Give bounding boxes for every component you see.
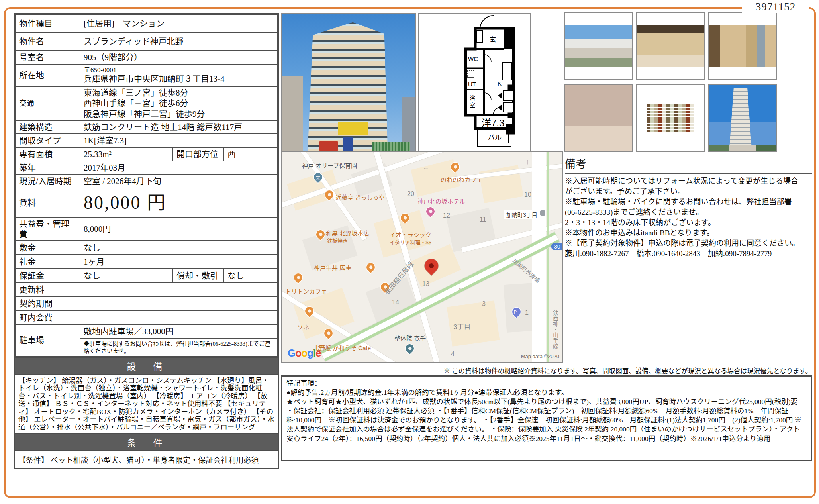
remarks-line: がございます。予めご了承下さい。 [565,186,812,197]
road-arrow-left2-icon: ← [457,284,464,292]
value-room: 905（9階部分） [80,51,278,64]
label-built: 築年 [16,161,80,175]
remarks-line: ※入居可能時期についてはリフォーム状況によって変更が生じる場合 [565,176,812,186]
block-number-14: 14 [392,299,399,306]
access-line-1: 東海道線「三ノ宮」徒歩8分 [84,88,274,98]
poi-label-kondotei: 近藤亭 きっしゅや [335,193,385,201]
poi-label-kawauso-cafe: 北野坂 か和うそ Cafe [313,343,371,352]
value-area: 25.33m² [80,147,173,161]
block-number-11: 11 [480,216,486,223]
value-town-fee [80,310,278,324]
label-renewal: 更新料 [16,282,80,296]
poi-label-io-lassic: イオ・ラシック [390,230,431,239]
building-exterior-image [282,14,415,152]
row-contract: 契約期間 [16,296,278,310]
label-access: 交通 [16,86,80,120]
row-built: 築年 2017年03月 [16,161,278,175]
label-deposit: 敷金 [16,241,80,255]
value-direction: 西 [224,147,278,161]
fp-ut-label: UT [468,81,476,88]
map-attribution: Map data ©2020 [521,353,559,359]
row-parking: 駐車場 敷地内駐車場／33,000円 ◆駐車場に関するお問い合わせは、弊社担当部… [16,324,278,357]
label-address: 所在地 [16,64,80,86]
poi-label-wakkoku-sub: 鉄板焼き [327,237,348,244]
special-notes-paragraph: ●解約予告:2ヵ月前/短期違約金:1年未満の解約で賃料1ヶ月分●連帯保証人必須と… [286,388,807,397]
photo-material-swatches [636,84,705,152]
label-rent: 賃料 [16,188,80,218]
row-access: 交通 東海道線「三ノ宮」徒歩8分 西神山手線「三宮」徒歩6分 阪急神戸線「神戸三… [16,86,278,120]
label-contract: 契約期間 [16,296,80,310]
block-number-4: 4 [451,351,455,358]
block-number-3: 3 [482,300,486,308]
label-layout: 間取タイプ [16,134,80,147]
label-structure: 建築構造 [16,120,80,134]
photo-entrance-interior [564,84,633,152]
conditions-header: 条 件 [15,433,278,451]
route-30-shield: 30 [551,243,563,250]
row-status: 現況/入居時期 空室 / 2026年4月下旬 [16,175,278,188]
remarks-line: ※【電子契約対象物件】申込の際は電子契約の利用に同意ください。 [565,238,812,249]
document-id: 3971152 [742,1,809,13]
poi-label-sone: ソネ [297,323,309,331]
location-map: ← ↑ ← 神戸 オリーブ保育園 文 のわのわカフェ 近藤亭 きっしゅや 20 … [281,151,563,363]
value-renewal [80,282,278,296]
clinic-pin-icon [404,343,416,355]
label-parking: 駐車場 [16,324,80,357]
floor-plan: 玄 WC UT K 浴 室 洋7.3 バル [418,13,531,153]
block-number-1: 1 [525,309,529,316]
fp-entrance-label: 玄 [490,36,496,43]
row-town-fee: 町内会費 [16,310,278,324]
access-line-3: 阪急神戸線「神戸三宮」徒歩9分 [84,109,274,119]
poi-label-gyudon: 神戸牛丼 広重 [314,263,351,271]
value-deposit: なし [80,241,278,255]
row-structure: 建築構造 鉄筋コンクリート造 地上14階 総戸数117戸 [16,120,278,134]
poi-label-nursery: 神戸 オリーブ保育園 [302,161,357,169]
remarks-header: 備考 [565,155,812,174]
row-key-money: 礼金 1ヶ月 [16,255,278,269]
value-rent: 80,000 円 [80,188,278,218]
remarks-line: 2・3・13・14階のみ床下収納がございます。 [565,218,812,228]
block-number-12: 12 [443,212,450,219]
access-line-2: 西神山手線「三宮」徒歩6分 [84,98,274,108]
google-logo: Google [288,347,321,359]
remarks-line: 藤川:090-1882-7267 橋本:090-1640-2843 加納:090… [565,249,812,259]
area-label-3chome: 3丁目 [453,321,470,331]
rail-label-subway: 鉄西神・山手線 [551,310,559,349]
special-notes-paragraph: ★ペット飼育可★小型犬、猫いずれか1匹、成獣の状態で体長50cm以下(鼻先より尾… [286,397,807,406]
value-key-money: 1ヶ月 [80,255,278,269]
cafe-pin-icon [292,272,304,284]
row-deposit: 敷金 なし [16,241,278,255]
disclaimer-text: ※ この資料は物件の概略紹介資料になります。写真、間取図面、設備、概要などが現況… [281,366,812,375]
row-guarantee: 保証金 なし 償却・敷引 なし [16,269,278,282]
bus-icon [540,210,545,216]
label-direction: 開口部方位 [173,147,224,161]
label-area: 専有面積 [16,147,80,161]
block-number-20: 20 [407,190,414,198]
value-contract [80,296,278,310]
property-sheet: 3971152 物件種目 [住居用] マンション 物件名 スプランディッド神戸北… [0,0,819,504]
row-rent: 賃料 80,000 円 [16,188,278,218]
row-room: 号室名 905（9階部分） [16,51,278,64]
poi-label-seitai: 整体院 寛千 [394,334,426,342]
row-layout: 間取タイプ 1K[洋室7.3] [16,134,278,147]
row-name: 物件名 スプランディッド神戸北野 [16,32,278,51]
poi-label-triton-cafe: トリトンカフェ [285,287,327,295]
value-status: 空室 / 2026年4月下旬 [80,175,278,188]
equipment-text: 【キッチン】 給湯器（ガス）・ガスコンロ・システムキッチン 【水廻り】風呂・トイ… [15,375,278,434]
conditions-text: 【条件】 ペット相談（小型犬、猫可）・単身者限定・保証会社利用必須 [15,451,278,468]
photo-lobby-mailboxes [636,12,705,80]
parking-fee: 敷地内駐車場／33,000円 [84,326,274,338]
row-address: 所在地 〒650-0001 兵庫県神戸市中央区加納町３丁目13-4 [16,64,278,86]
fp-wc-label: WC [468,55,478,62]
floor-plan-drawing: 玄 WC UT K 浴 室 洋7.3 バル [419,15,529,151]
poi-label-wakkoku: 和黒 北野坂本店 [326,229,369,237]
value-address: 〒650-0001 兵庫県神戸市中央区加納町３丁目13-4 [80,64,278,86]
remarks-line: ※本物件のお申込みはitandi BBとなります。 [565,228,812,238]
remarks-section: 備考 ※入居可能時期についてはリフォーム状況によって変更が生じる場合 がございま… [565,155,812,259]
label-room: 号室名 [16,51,80,64]
poi-label-hotel: 神戸北の坂ホテル [417,197,465,205]
parking-note: ◆駐車場に関するお問い合わせは、弊社担当部署(06-6225-8333)までご連… [80,338,277,355]
label-key-money: 礼金 [16,255,80,269]
remarks-line: ※駐車場・駐輪場・バイクに関するお問い合わせは、弊社担当部署 [565,197,812,207]
postal-code: 〒650-0001 [84,67,274,74]
